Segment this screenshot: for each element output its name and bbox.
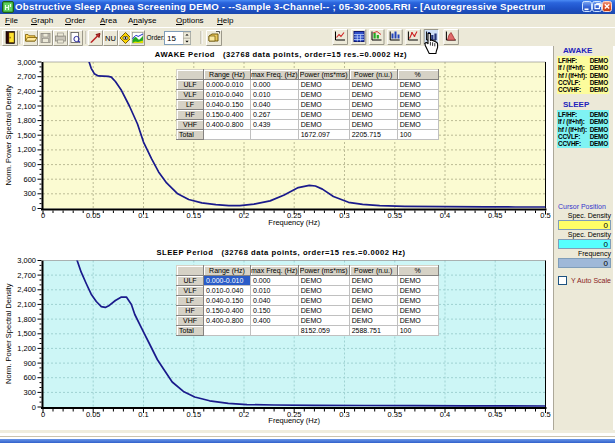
- svg-text:2,100: 2,100: [17, 102, 36, 111]
- svg-text:600: 600: [23, 373, 36, 382]
- svg-text:900: 900: [23, 359, 36, 368]
- svg-text:1,800: 1,800: [17, 116, 36, 125]
- svg-text:SLEEP Period (32768 data poi: SLEEP Period (32768 data points, order=1…: [156, 248, 405, 257]
- svg-text:1,500: 1,500: [17, 329, 36, 338]
- svg-text:0.1: 0.1: [138, 410, 148, 419]
- svg-text:0.1: 0.1: [138, 211, 148, 220]
- svg-text:0.15: 0.15: [186, 211, 201, 220]
- svg-text:2,700: 2,700: [17, 72, 36, 81]
- svg-text:0.2: 0.2: [239, 410, 249, 419]
- svg-text:3,000: 3,000: [17, 58, 36, 67]
- svg-text:3,000: 3,000: [17, 256, 36, 265]
- svg-text:0.15: 0.15: [186, 410, 201, 419]
- svg-text:0: 0: [41, 211, 45, 220]
- svg-text:0.5: 0.5: [540, 410, 550, 419]
- svg-text:0: 0: [41, 410, 45, 419]
- svg-text:0.05: 0.05: [86, 211, 101, 220]
- svg-text:1,500: 1,500: [17, 131, 36, 140]
- svg-text:0.2: 0.2: [239, 211, 249, 220]
- svg-text:2,100: 2,100: [17, 300, 36, 309]
- svg-text:0.3: 0.3: [339, 410, 349, 419]
- svg-text:1,200: 1,200: [17, 344, 36, 353]
- svg-text:0.05: 0.05: [86, 410, 101, 419]
- svg-text:0.4: 0.4: [440, 211, 450, 220]
- svg-text:0.35: 0.35: [387, 211, 402, 220]
- svg-text:300: 300: [23, 189, 36, 198]
- svg-text:0: 0: [32, 204, 36, 213]
- svg-text:Norm. Power Spectral Density: Norm. Power Spectral Density: [4, 283, 13, 384]
- svg-text:600: 600: [23, 175, 36, 184]
- svg-text:0.45: 0.45: [488, 211, 503, 220]
- svg-text:AWAKE Period (32768 data poi: AWAKE Period (32768 data points, order=1…: [155, 50, 407, 59]
- svg-text:0: 0: [32, 403, 36, 412]
- svg-text:900: 900: [23, 160, 36, 169]
- svg-text:0.35: 0.35: [387, 410, 402, 419]
- svg-text:300: 300: [23, 388, 36, 397]
- svg-text:2,700: 2,700: [17, 271, 36, 280]
- svg-text:1,200: 1,200: [17, 145, 36, 154]
- svg-text:0.4: 0.4: [440, 410, 450, 419]
- svg-text:0.45: 0.45: [488, 410, 503, 419]
- svg-text:2,400: 2,400: [17, 87, 36, 96]
- svg-text:Norm. Power Spectral Density: Norm. Power Spectral Density: [4, 85, 13, 186]
- svg-text:0.3: 0.3: [339, 211, 349, 220]
- svg-text:Frequency (Hz): Frequency (Hz): [268, 416, 320, 425]
- svg-text:1,800: 1,800: [17, 315, 36, 324]
- svg-text:2,400: 2,400: [17, 285, 36, 294]
- svg-text:Frequency (Hz): Frequency (Hz): [268, 218, 320, 227]
- svg-text:0.5: 0.5: [540, 211, 550, 220]
